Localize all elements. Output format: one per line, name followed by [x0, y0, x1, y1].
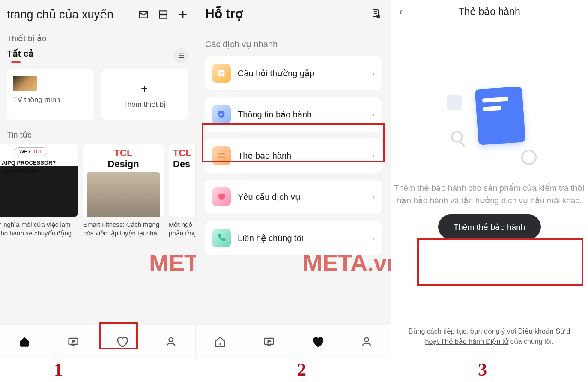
- chevron-right-icon: ›: [372, 69, 375, 78]
- screen-warranty-card: ‹ Thẻ bảo hành Thêm thẻ bảo hành cho sản…: [391, 0, 587, 358]
- svg-rect-2: [159, 15, 167, 18]
- news-badge: WHY TCL: [15, 147, 47, 156]
- svg-point-12: [364, 337, 368, 341]
- nav-profile-icon[interactable]: [342, 325, 391, 358]
- support-header: Hỗ trợ: [196, 0, 391, 24]
- footer-text-end: của chúng tôi.: [508, 338, 553, 345]
- news-card[interactable]: TCL Des Một ngô phản ứng: [169, 144, 195, 237]
- step-number: 1: [54, 359, 63, 380]
- news-caption: Một ngô phản ứng: [169, 220, 195, 237]
- warranty-footer: Bằng cách tiếp tục, bạn đồng ý với Điều …: [391, 326, 587, 347]
- back-icon[interactable]: ‹: [399, 6, 402, 18]
- news-card[interactable]: WHY TCL AIPQ PROCESSOR? Ai- MOTION Ý ngh…: [0, 144, 78, 237]
- service-label: Liên hệ chúng tôi: [238, 233, 365, 243]
- nav-tv-icon[interactable]: [245, 325, 293, 358]
- phone-icon: [212, 229, 231, 247]
- mail-icon[interactable]: [138, 9, 149, 20]
- plus-icon: +: [141, 82, 148, 96]
- heart-icon: [212, 187, 231, 206]
- nav-profile-icon[interactable]: [146, 325, 195, 358]
- news-caption: Ý nghĩa mới của việc làm cho bánh xe chu…: [0, 220, 78, 237]
- news-caption: Smart Fitness: Cách mạng hóa việc tập lu…: [83, 220, 164, 237]
- home-header-actions: [138, 9, 188, 20]
- news-image: WHY TCL AIPQ PROCESSOR? Ai- MOTION: [0, 144, 78, 217]
- layout-icon[interactable]: [158, 9, 169, 20]
- quick-services-heading: Các dịch vụ nhanh: [196, 24, 391, 54]
- support-title: Hỗ trợ: [205, 6, 243, 21]
- news-headline-line2: Ai- MOTION: [2, 167, 38, 174]
- news-image: TCL Design: [83, 144, 164, 217]
- nav-tv-icon[interactable]: [49, 325, 98, 358]
- nav-heart-icon[interactable]: [293, 325, 342, 358]
- screen-home: trang chủ của xuyến Thiết bị ảo Tất cả: [0, 0, 196, 358]
- warranty-header: ‹ Thẻ bảo hành: [391, 0, 587, 24]
- terms-link-2[interactable]: hoạt Thẻ bảo hành Điện tử: [425, 338, 509, 345]
- news-headline-line1: AIPQ PROCESSOR?: [2, 159, 56, 166]
- step-number: 2: [297, 359, 306, 380]
- service-faq[interactable]: ? Câu hỏi thường gặp ›: [205, 56, 382, 90]
- faq-icon: ?: [212, 64, 231, 83]
- svg-text:?: ?: [220, 70, 223, 77]
- news-card[interactable]: TCL Design Smart Fitness: Cách mạng hóa …: [83, 144, 164, 237]
- home-header: trang chủ của xuyến: [0, 0, 195, 26]
- terms-link[interactable]: Điều khoản Sử d: [518, 328, 570, 335]
- screen-support: Hỗ trợ Các dịch vụ nhanh ? Câu hỏi thườn…: [196, 0, 391, 358]
- bottom-nav: [196, 325, 391, 358]
- nav-home-icon[interactable]: [196, 325, 245, 358]
- warranty-title: Thẻ bảo hành: [399, 6, 579, 18]
- highlight-box: [99, 322, 138, 349]
- service-label: Câu hỏi thường gặp: [238, 68, 365, 78]
- service-contact[interactable]: Liên hệ chúng tôi ›: [205, 221, 382, 255]
- footer-text-pre: Bằng cách tiếp tục, bạn đồng ý với: [409, 328, 518, 335]
- add-icon[interactable]: [177, 9, 188, 20]
- home-title: trang chủ của xuyến: [7, 8, 113, 21]
- nav-home-icon[interactable]: [0, 325, 49, 358]
- device-tabs: Tất cả: [0, 46, 195, 63]
- news-design: Des: [169, 159, 195, 170]
- section-virtual-devices: Thiết bị ảo: [0, 26, 195, 46]
- news-design: Design: [83, 159, 164, 170]
- news-row[interactable]: WHY TCL AIPQ PROCESSOR? Ai- MOTION Ý ngh…: [0, 141, 195, 237]
- add-device-label: Thêm thiết bị: [123, 100, 166, 109]
- highlight-box: [417, 238, 583, 286]
- shield-icon: [212, 105, 231, 124]
- tv-thumbnail-icon: [13, 76, 37, 91]
- step-number: 3: [478, 359, 487, 380]
- add-warranty-label: Thêm thẻ bảo hành: [454, 222, 525, 232]
- service-request[interactable]: Yêu cầu dịch vụ ›: [205, 180, 382, 214]
- device-tv-card[interactable]: TV thông minh: [7, 69, 94, 120]
- warranty-illustration: [434, 84, 545, 169]
- svg-point-4: [169, 337, 173, 341]
- add-warranty-button[interactable]: Thêm thẻ bảo hành: [438, 214, 541, 239]
- service-label: Thông tin bảo hành: [238, 109, 365, 120]
- news-brand: TCL: [83, 147, 164, 159]
- bottom-nav: [0, 325, 195, 358]
- warranty-description: Thêm thẻ bảo hành cho sản phẩm của kiểm …: [391, 182, 587, 211]
- list-toggle-icon[interactable]: [174, 48, 188, 63]
- highlight-box: [202, 123, 385, 162]
- news-brand: TCL: [169, 147, 195, 159]
- chevron-right-icon: ›: [372, 234, 375, 243]
- tab-all[interactable]: Tất cả: [7, 48, 34, 63]
- add-device-card[interactable]: + Thêm thiết bị: [101, 69, 188, 120]
- device-tv-label: TV thông minh: [13, 96, 88, 104]
- svg-rect-1: [159, 11, 167, 14]
- section-news-heading: Tin tức: [0, 126, 195, 141]
- service-label: Yêu cầu dịch vụ: [238, 192, 365, 202]
- chevron-right-icon: ›: [372, 110, 375, 119]
- news-image: TCL Des: [169, 144, 195, 217]
- device-cards: TV thông minh + Thêm thiết bị: [0, 63, 195, 126]
- document-search-icon[interactable]: [370, 8, 382, 19]
- chevron-right-icon: ›: [372, 193, 375, 202]
